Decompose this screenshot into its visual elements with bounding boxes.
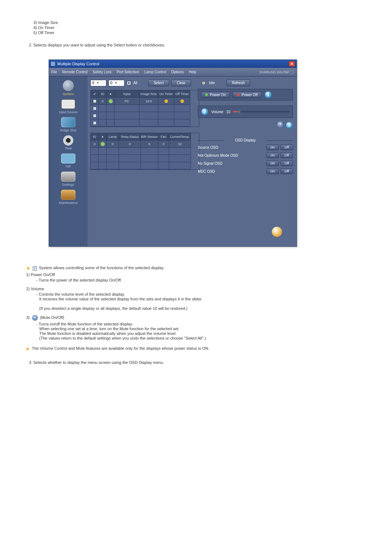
sidebar-item-time[interactable]: Time <box>49 133 87 151</box>
step-text: Selects displays you want to adjust usin… <box>33 43 367 47</box>
cell-off-timer <box>174 98 190 105</box>
item-2-title: 2) Volume <box>26 287 367 291</box>
source-osd-off[interactable]: Off <box>281 144 293 150</box>
clear-button[interactable]: Clear <box>171 79 191 86</box>
brand-ring-icon <box>290 70 293 74</box>
nosignal-osd-on[interactable]: On <box>266 160 279 166</box>
sidebar-item-system[interactable]: System <box>49 79 87 97</box>
step-2: Selects displays you want to adjust usin… <box>33 43 367 47</box>
app-icon <box>50 61 56 66</box>
menu-help[interactable]: Help <box>189 70 196 74</box>
optimum-osd-off[interactable]: Off <box>281 152 293 158</box>
cell2-id: 0 <box>91 140 99 148</box>
item-1-title: 1) Power On/Off <box>26 272 367 277</box>
col-image-size: Image Size <box>139 90 158 98</box>
cell-input: PC <box>115 98 139 105</box>
callout-3: 3 <box>286 122 293 129</box>
osd-row-source: Source OSDOnOff <box>198 144 293 150</box>
window-title: Multiple Display Control <box>57 62 99 66</box>
dropdown-1[interactable]: 0▼ <box>90 80 106 86</box>
row-checkbox[interactable] <box>91 98 99 105</box>
checkbox-all[interactable]: ■ <box>127 81 131 85</box>
maintenance-icon <box>61 190 75 200</box>
status-led-icon <box>109 99 113 103</box>
app-window: Multiple Display Control ✕ File Remote C… <box>49 59 297 247</box>
refresh-button[interactable]: Refresh <box>226 79 250 86</box>
col2-status: ● <box>99 133 107 140</box>
menu-safety-lock[interactable]: Safety Lock <box>93 70 111 74</box>
volume-row: 2 Volume 10 <box>198 106 293 118</box>
dropdown-2[interactable]: 0▼ <box>109 80 124 86</box>
sidebar-item-settings[interactable]: Settings <box>49 169 87 188</box>
col2-temp-status: Temp.Status <box>119 133 141 140</box>
volume-value: 10 <box>226 110 230 114</box>
menu-port-selection[interactable]: Port Selection <box>117 70 139 74</box>
mute-icon <box>32 315 38 321</box>
display-table: ✔ ID ● Input Image Size On Timer Off Tim… <box>90 90 199 127</box>
radio-idle[interactable] <box>202 81 205 85</box>
mute-icon[interactable] <box>277 122 283 127</box>
menu-remote-control[interactable]: Remote Control <box>62 70 87 74</box>
star-icon: ★ <box>26 266 30 271</box>
cell-image-size: 16:9 <box>139 98 158 105</box>
list-item: 4) On Timer <box>33 25 367 30</box>
settings-icon <box>61 172 75 182</box>
sidebar-item-input-source[interactable]: Input Source <box>49 97 87 115</box>
cell2-br: 0 <box>141 140 158 148</box>
source-osd-on[interactable]: On <box>266 144 279 150</box>
osd-row-nosignal: No Signal OSDOnOff <box>198 160 293 166</box>
osd-section-title: OSD Display <box>198 138 293 142</box>
input-source-icon <box>61 99 75 109</box>
right-panel: Power On Power Off 1 2 Volume 10 3 OSD D… <box>198 89 293 176</box>
sensor-table: ID ● Lamp Temp.Status B/R Sensor Fan Cur… <box>90 133 199 170</box>
mdc-osd-off[interactable]: Off <box>281 168 293 174</box>
cell-id: 0 <box>99 98 107 105</box>
image-size-icon <box>61 117 75 127</box>
sidebar-item-maintenance[interactable]: Maintenance <box>49 188 87 206</box>
col2-br: B/R Sensor <box>141 133 158 140</box>
menu-file[interactable]: File <box>51 70 57 74</box>
label-idle: Idle <box>209 81 215 85</box>
callout-1: 1 <box>265 91 272 98</box>
sidebar-item-pip[interactable]: PIP <box>49 151 87 169</box>
cell2-current: 32 <box>169 140 191 148</box>
col-status: ● <box>107 90 115 98</box>
cell2-fan: 0 <box>158 140 169 148</box>
callout-2: 2 <box>201 108 208 115</box>
brand-label: SAMSUNG DIGITall <box>260 70 294 74</box>
col-check: ✔ <box>91 90 99 98</box>
col-off-timer: Off Timer <box>174 90 190 98</box>
col2-lamp: Lamp <box>107 133 119 140</box>
nosignal-osd-off[interactable]: Off <box>281 160 293 166</box>
pip-icon <box>61 153 75 164</box>
item-1-bullets: - Turns the power of the selected displa… <box>36 278 367 282</box>
alert-icon: ! <box>272 227 282 237</box>
col-on-timer: On Timer <box>158 90 174 98</box>
menu-lamp-control[interactable]: Lamp Control <box>144 70 166 74</box>
col-input: Input <box>115 90 139 98</box>
note-line: ★ The Volume Control and Mute features a… <box>25 346 367 352</box>
optimum-osd-on[interactable]: On <box>266 152 279 158</box>
mdc-osd-on[interactable]: On <box>266 168 279 174</box>
star-icon: ★ <box>25 346 30 352</box>
close-button[interactable]: ✕ <box>289 61 295 67</box>
chevron-down-icon: ▼ <box>115 81 118 85</box>
cell-led <box>107 98 115 105</box>
power-off-button[interactable]: Power Off <box>233 92 261 98</box>
list-item: 5) Off Timer <box>33 30 367 35</box>
checkbox-icon <box>33 266 37 271</box>
time-icon <box>63 135 73 145</box>
col-id: ID <box>99 90 107 98</box>
select-button[interactable]: Select <box>148 79 169 86</box>
power-on-button[interactable]: Power On <box>201 92 230 98</box>
step-text: Selects whether to display the menu scre… <box>33 360 367 365</box>
explanation-block: ★ System allows controlling some of the … <box>26 266 367 340</box>
volume-slider[interactable] <box>233 111 290 112</box>
lead-text: System allows controlling some of the fu… <box>39 266 164 270</box>
col2-current-temp: CurrentTemp. <box>169 133 191 140</box>
chevron-down-icon: ▼ <box>97 81 99 85</box>
sidebar: System Input Source Image Size Time PIP … <box>49 77 87 246</box>
menu-options[interactable]: Options <box>171 70 184 74</box>
sidebar-item-image-size[interactable]: Image Size <box>49 115 87 133</box>
item-3-bullets: - Turns on/off the Mute function of the … <box>36 322 367 340</box>
